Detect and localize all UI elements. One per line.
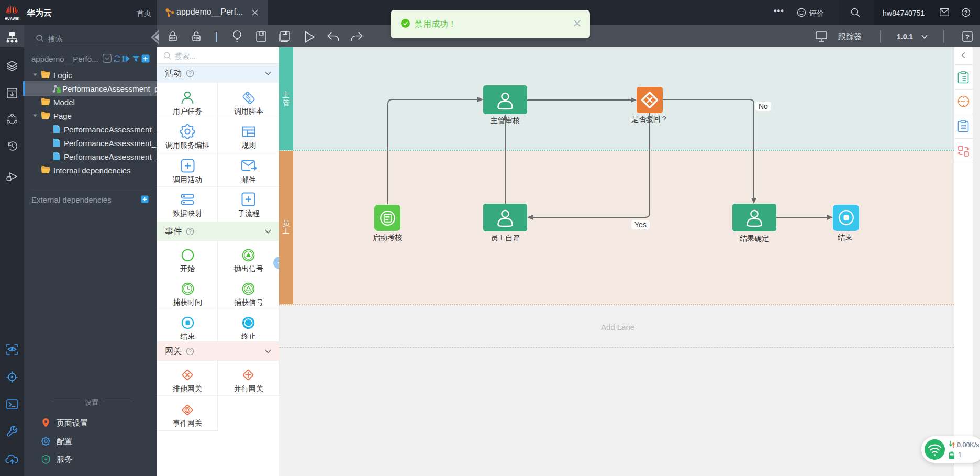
svg-text:?: ? — [965, 33, 970, 41]
svg-text:?: ? — [188, 349, 192, 355]
svg-text:?: ? — [964, 9, 968, 16]
svg-text:?: ? — [188, 229, 192, 235]
svg-text:?: ? — [188, 71, 192, 76]
